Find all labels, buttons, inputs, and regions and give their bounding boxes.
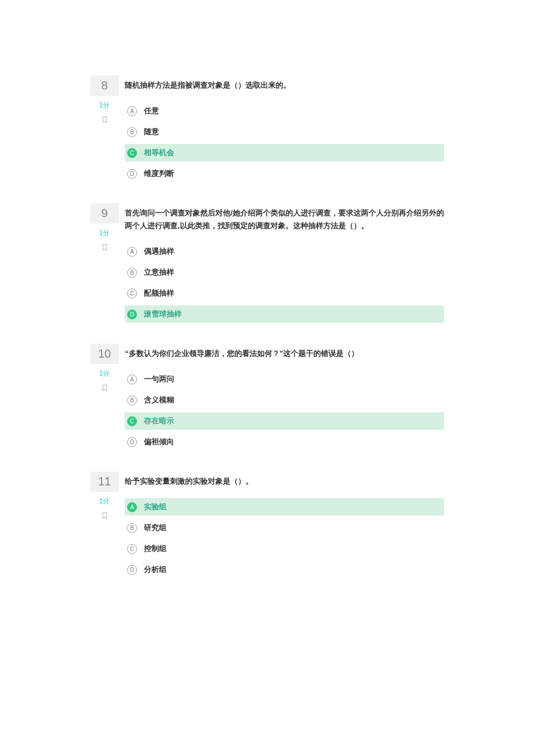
option-letter: D [127, 169, 137, 179]
option-letter: A [127, 247, 137, 257]
question-sidebar: 101分 [90, 344, 119, 394]
option-text: 立意抽样 [144, 267, 174, 278]
option-row[interactable]: C相等机会 [125, 144, 444, 161]
question-score: 1分 [90, 369, 119, 379]
question-text: 给予实验变量刺激的实验对象是（）。 [125, 471, 444, 488]
bookmark-icon[interactable] [101, 383, 109, 394]
question-body: 随机抽样方法是指被调查对象是（）选取出来的。A任意B随意C相等机会D维度判断 [119, 75, 444, 186]
question-number: 10 [90, 344, 119, 364]
question-sidebar: 81分 [90, 75, 119, 126]
option-letter: B [127, 127, 137, 137]
question-block: 111分给予实验变量刺激的实验对象是（）。A实验组B研究组C控制组D分析组 [90, 471, 444, 582]
question-text: “多数认为你们企业领导廉洁，您的看法如何？”这个题干的错误是（） [125, 344, 444, 360]
option-row[interactable]: D偏袒倾向 [125, 433, 444, 451]
question-body: 给予实验变量刺激的实验对象是（）。A实验组B研究组C控制组D分析组 [119, 471, 444, 582]
option-letter: D [127, 309, 137, 319]
option-text: 存在暗示 [144, 416, 174, 426]
option-letter: D [127, 437, 137, 447]
option-text: 任意 [144, 106, 159, 116]
option-row[interactable]: A实验组 [125, 498, 444, 516]
option-text: 研究组 [144, 523, 167, 533]
option-letter: D [127, 565, 137, 575]
option-text: 相等机会 [144, 147, 174, 158]
option-row[interactable]: C存在暗示 [125, 412, 444, 430]
option-row[interactable]: C控制组 [125, 540, 444, 557]
option-text: 实验组 [144, 502, 167, 512]
question-text: 首先询问一个调查对象然后对他/她介绍两个类似的人进行调查，要求这两个人分别再介绍… [125, 203, 444, 232]
question-sidebar: 111分 [90, 471, 119, 522]
question-body: “多数认为你们企业领导廉洁，您的看法如何？”这个题干的错误是（）A一句两问B含义… [119, 344, 444, 454]
bookmark-icon[interactable] [101, 115, 109, 126]
bookmark-icon[interactable] [101, 511, 109, 522]
bookmark-icon[interactable] [101, 243, 109, 254]
question-number: 8 [90, 75, 119, 96]
question-block: 91分首先询问一个调查对象然后对他/她介绍两个类似的人进行调查，要求这两个人分别… [90, 203, 444, 326]
option-text: 控制组 [144, 543, 167, 554]
question-text: 随机抽样方法是指被调查对象是（）选取出来的。 [125, 75, 444, 92]
option-text: 配额抽样 [144, 288, 174, 298]
option-letter: B [127, 395, 137, 405]
question-score: 1分 [90, 496, 119, 506]
option-row[interactable]: A偶遇抽样 [125, 243, 444, 260]
option-row[interactable]: B研究组 [125, 519, 444, 537]
option-row[interactable]: B随意 [125, 123, 444, 141]
option-text: 一句两问 [144, 374, 174, 384]
option-letter: C [127, 289, 137, 298]
option-letter: A [127, 375, 137, 384]
option-text: 维度判断 [144, 168, 174, 179]
option-letter: A [127, 106, 137, 116]
option-row[interactable]: A任意 [125, 102, 444, 120]
quiz-container: 81分随机抽样方法是指被调查对象是（）选取出来的。A任意B随意C相等机会D维度判… [90, 75, 444, 582]
option-letter: C [127, 148, 137, 158]
question-number: 9 [90, 203, 119, 224]
option-text: 随意 [144, 127, 159, 137]
option-text: 含义模糊 [144, 395, 174, 405]
option-row[interactable]: D分析组 [125, 561, 444, 578]
option-row[interactable]: B含义模糊 [125, 391, 444, 409]
option-letter: C [127, 416, 137, 426]
option-row[interactable]: B立意抽样 [125, 264, 444, 281]
option-row[interactable]: C配额抽样 [125, 285, 444, 302]
option-row[interactable]: A一句两问 [125, 370, 444, 388]
question-block: 101分“多数认为你们企业领导廉洁，您的看法如何？”这个题干的错误是（）A一句两… [90, 344, 444, 454]
option-letter: B [127, 268, 137, 278]
option-text: 分析组 [144, 564, 167, 575]
question-block: 81分随机抽样方法是指被调查对象是（）选取出来的。A任意B随意C相等机会D维度判… [90, 75, 444, 186]
question-number: 11 [90, 471, 119, 492]
option-letter: C [127, 544, 137, 554]
option-row[interactable]: D维度判断 [125, 165, 444, 182]
question-score: 1分 [90, 100, 119, 110]
option-text: 偶遇抽样 [144, 246, 174, 257]
question-sidebar: 91分 [90, 203, 119, 254]
question-score: 1分 [90, 228, 119, 238]
option-text: 偏袒倾向 [144, 437, 174, 447]
question-body: 首先询问一个调查对象然后对他/她介绍两个类似的人进行调查，要求这两个人分别再介绍… [119, 203, 444, 326]
option-letter: B [127, 523, 137, 533]
option-text: 滚雪球抽样 [144, 309, 182, 319]
option-letter: A [127, 502, 137, 512]
option-row[interactable]: D滚雪球抽样 [125, 305, 444, 323]
